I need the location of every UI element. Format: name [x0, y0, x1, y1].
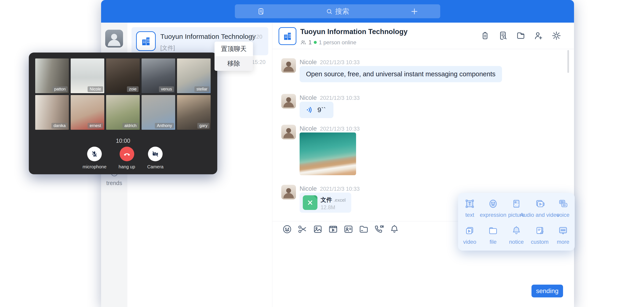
attach-item-file[interactable]: file [482, 222, 505, 249]
settings-gear-icon[interactable] [552, 31, 561, 40]
conversation-last-message: [文件] [160, 44, 175, 52]
send-button[interactable]: sending [532, 285, 563, 298]
conversation-context-menu: 置顶聊天 移除 [214, 41, 253, 71]
participant-tile[interactable]: danika [35, 95, 69, 130]
message-meta: Nicole2021/12/3 10:33 [300, 94, 360, 101]
chat-record-icon[interactable] [257, 7, 265, 15]
attach-item-custom[interactable]: custom [528, 222, 552, 249]
video-call-icon[interactable] [374, 224, 384, 234]
video-icon[interactable] [328, 224, 338, 234]
plus-icon[interactable] [410, 7, 418, 15]
sender-name: Nicole [300, 59, 317, 65]
attach-item-expression[interactable]: expression [482, 195, 505, 222]
input-toolbar [282, 224, 400, 234]
user-avatar[interactable] [105, 30, 123, 47]
file-fold-corner [313, 195, 318, 199]
online-status-text: 1 person online [319, 39, 356, 46]
microphone-muted-icon[interactable] [87, 147, 102, 161]
attachment-popup: text expression picture [458, 193, 575, 251]
call-controls: microphone hang up [29, 147, 217, 170]
files-icon[interactable] [516, 31, 526, 40]
hang-up-control[interactable]: hang up [119, 147, 135, 170]
file-extension: .excel [334, 198, 346, 203]
notice-bell-icon [511, 226, 522, 236]
chat-title: Tuoyun Information Technology [300, 28, 408, 36]
message-meta: Nicole2021/12/3 10:33 [300, 185, 360, 192]
microphone-control[interactable]: microphone [82, 147, 106, 170]
sidebar-item-trends-label[interactable]: trends [101, 180, 128, 186]
picture-icon [511, 199, 522, 209]
image-message-beach-photo[interactable] [300, 132, 356, 175]
attach-item-text[interactable]: text [458, 195, 482, 222]
voice-message-bubble[interactable]: 9`` [300, 102, 334, 118]
screenshot-scissors-icon[interactable] [297, 224, 308, 234]
menu-item-pin-chat[interactable]: 置顶聊天 [214, 41, 253, 56]
camera-off-icon[interactable] [148, 147, 162, 161]
voice-duration: 9`` [318, 106, 326, 114]
announcement-icon[interactable] [480, 31, 490, 40]
chat-subtitle: 1 1 person online [300, 39, 356, 46]
more-bubble-icon [558, 226, 568, 236]
text-message-bubble[interactable]: Open source, free, and universal instant… [300, 66, 502, 82]
attach-item-video[interactable]: video [458, 222, 482, 249]
voice-bubbles-icon [558, 199, 568, 209]
participant-tile[interactable]: gary [177, 95, 211, 130]
attach-item-audio-video[interactable]: Audio and video [528, 195, 552, 222]
file-size: 12.8M [321, 204, 335, 211]
participant-tile[interactable]: Nicole [71, 58, 104, 93]
add-member-icon[interactable] [534, 31, 544, 40]
attach-item-voice[interactable]: voice [552, 195, 575, 222]
participant-tile[interactable]: aldrich [106, 95, 140, 130]
text-icon [464, 199, 475, 209]
search-placeholder: 搜索 [335, 7, 349, 16]
search-bar[interactable]: 搜索 [235, 4, 440, 18]
participant-tile[interactable]: zoie [106, 58, 140, 93]
camera-label: Camera [147, 164, 164, 170]
folder-icon[interactable] [358, 224, 369, 234]
hang-up-icon[interactable] [120, 147, 134, 161]
notification-bell-icon[interactable] [389, 224, 400, 234]
participant-name: Nicole [88, 86, 103, 92]
menu-item-remove[interactable]: 移除 [214, 56, 253, 71]
message-meta: Nicole2021/12/3 10:33 [300, 59, 360, 66]
chat-group-avatar-icon [278, 27, 296, 45]
sender-avatar[interactable] [281, 125, 296, 139]
conversation-time: 15:20 [252, 59, 266, 65]
attach-item-more[interactable]: more [552, 222, 575, 249]
camera-control[interactable]: Camera [147, 147, 164, 170]
conversation-title: Tuoyun Information Technology [160, 33, 256, 40]
participant-name: venus [159, 86, 174, 92]
chat-history-search-icon[interactable] [498, 31, 508, 40]
message-time: 2021/12/3 10:33 [320, 59, 360, 65]
participant-name: patton [52, 86, 68, 92]
participant-tile[interactable]: stellar [177, 58, 211, 93]
participant-name: aldrich [122, 123, 138, 129]
sender-name: Nicole [300, 185, 317, 192]
sender-avatar[interactable] [281, 185, 296, 199]
message-time: 2021/12/3 10:33 [320, 95, 360, 101]
hang-up-label: hang up [119, 164, 135, 170]
excel-file-icon [303, 195, 318, 210]
call-timer: 10:00 [29, 137, 217, 144]
sender-name: Nicole [300, 94, 317, 101]
participant-tile[interactable]: ernest [71, 95, 104, 130]
image-icon[interactable] [312, 224, 323, 234]
attach-item-notice[interactable]: notice [505, 222, 528, 249]
file-folder-icon [488, 226, 498, 236]
expression-icon [488, 199, 498, 209]
message-scrollbar[interactable] [568, 50, 569, 73]
file-name: 文件 .excel [321, 196, 346, 204]
contact-card-icon[interactable] [343, 224, 354, 234]
sender-avatar[interactable] [281, 94, 296, 108]
sender-avatar[interactable] [281, 58, 296, 73]
participant-grid: patton Nicole zoie venus stellar danika … [35, 58, 211, 130]
participant-tile[interactable]: venus [142, 58, 175, 93]
participant-tile[interactable]: Anthony [142, 95, 175, 130]
participant-tile[interactable]: patton [35, 58, 69, 93]
file-message-bubble[interactable]: 文件 .excel 12.8M [300, 193, 351, 213]
group-avatar-icon [136, 31, 156, 51]
emoji-icon[interactable] [282, 224, 292, 234]
member-count: 1 [308, 39, 312, 46]
participant-name: ernest [88, 123, 103, 129]
participant-name: zoie [127, 86, 138, 92]
